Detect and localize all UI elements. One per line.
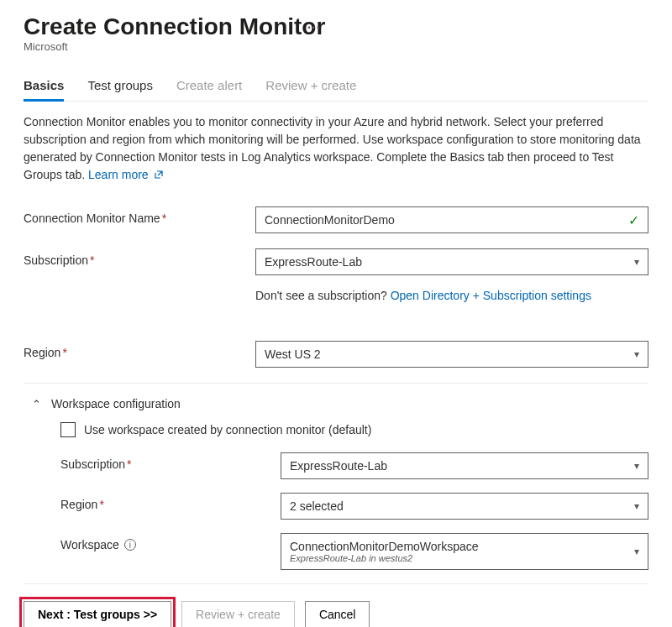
- chevron-down-icon: ▾: [634, 256, 639, 268]
- workspace-section-title: Workspace configuration: [51, 397, 181, 410]
- next-button[interactable]: Next : Test groups >>: [24, 601, 171, 627]
- region-label: Region*: [24, 341, 255, 359]
- more-menu-icon[interactable]: ···: [307, 20, 321, 35]
- tab-basics[interactable]: Basics: [24, 71, 64, 102]
- open-directory-link[interactable]: Open Directory + Subscription settings: [391, 289, 591, 302]
- subscription-select[interactable]: ExpressRoute-Lab ▾: [255, 248, 648, 275]
- tab-test-groups[interactable]: Test groups: [87, 71, 153, 101]
- ws-region-select[interactable]: 2 selected ▾: [281, 493, 648, 520]
- ws-region-label: Region*: [60, 493, 281, 511]
- tab-review-create: Review + create: [265, 71, 356, 101]
- page-subtitle: Microsoft: [24, 40, 648, 53]
- ws-subscription-value: ExpressRoute-Lab: [290, 459, 387, 473]
- region-value: West US 2: [265, 347, 321, 361]
- name-label: Connection Monitor Name*: [24, 206, 255, 225]
- learn-more-link[interactable]: Learn more: [88, 168, 163, 181]
- region-select[interactable]: West US 2 ▾: [255, 341, 648, 368]
- intro-text: Connection Monitor enables you to monito…: [24, 113, 648, 185]
- divider: [24, 383, 648, 384]
- subscription-hint: Don't see a subscription? Open Directory…: [255, 289, 648, 302]
- footer: Next : Test groups >> Review + create Ca…: [24, 583, 648, 627]
- tabs: Basics Test groups Create alert Review +…: [24, 71, 648, 102]
- subscription-value: ExpressRoute-Lab: [265, 255, 362, 269]
- ws-workspace-label: Workspace i: [60, 533, 281, 551]
- subscription-label: Subscription*: [24, 248, 255, 267]
- ws-subscription-label: Subscription*: [60, 452, 281, 471]
- chevron-up-icon: ⌃: [32, 398, 41, 410]
- ws-workspace-sub: ExpressRoute-Lab in westus2: [290, 553, 479, 563]
- ws-region-value: 2 selected: [290, 499, 344, 513]
- chevron-down-icon: ▾: [634, 460, 639, 472]
- external-link-icon: [154, 167, 164, 185]
- chevron-down-icon: ▾: [634, 500, 639, 512]
- cancel-button[interactable]: Cancel: [305, 601, 370, 627]
- check-icon: ✓: [628, 212, 639, 228]
- tab-create-alert: Create alert: [176, 71, 242, 101]
- workspace-config-toggle[interactable]: ⌃ Workspace configuration: [24, 397, 648, 410]
- ws-workspace-value: ConnectionMonitorDemoWorkspace: [290, 540, 479, 553]
- chevron-down-icon: ▾: [634, 546, 639, 557]
- review-create-button: Review + create: [181, 601, 295, 627]
- ws-workspace-select[interactable]: ConnectionMonitorDemoWorkspace ExpressRo…: [281, 533, 648, 570]
- name-input[interactable]: ConnectionMonitorDemo ✓: [255, 206, 648, 233]
- info-icon[interactable]: i: [124, 539, 136, 551]
- chevron-down-icon: ▾: [634, 348, 639, 360]
- name-input-value: ConnectionMonitorDemo: [265, 213, 395, 227]
- use-workspace-label: Use workspace created by connection moni…: [84, 423, 371, 436]
- page-title: Create Connection Monitor: [24, 13, 648, 40]
- use-workspace-checkbox[interactable]: [60, 422, 76, 437]
- ws-subscription-select[interactable]: ExpressRoute-Lab ▾: [281, 452, 648, 479]
